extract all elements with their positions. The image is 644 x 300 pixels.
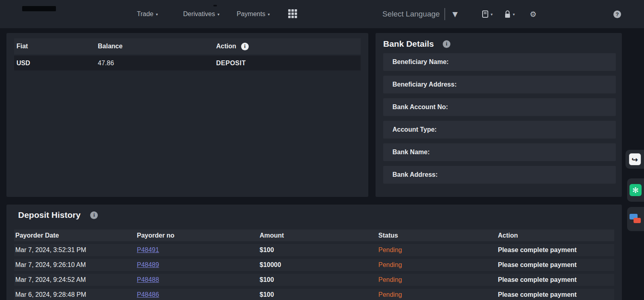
nav-menu-trade-label: Trade: [137, 10, 153, 18]
orders-menu[interactable]: ▾: [481, 0, 493, 28]
chat-extension-button[interactable]: [627, 207, 644, 231]
settings-button[interactable]: ⚙: [530, 0, 537, 28]
deposit-history-body: Mar 7, 2024, 3:52:31 PM P48491 $100 Pend…: [14, 244, 614, 300]
nav-menu-payments[interactable]: Payments ▾: [237, 0, 270, 28]
payorder-link[interactable]: P48486: [137, 291, 159, 298]
deposit-history-header: Payorder Date Payorder no Amount Status …: [14, 230, 614, 241]
deposit-history-row: Mar 7, 2024, 9:26:10 AM P48489 $10000 Pe…: [14, 259, 614, 271]
fiat-table-header: Fiat Balance Action i: [14, 38, 361, 54]
fiat-currency: USD: [17, 60, 98, 67]
book-icon: [481, 10, 489, 18]
chevron-down-icon: ▾: [513, 12, 515, 17]
nav-menu-payments-label: Payments: [237, 10, 265, 18]
dh-cell-action: Please complete payment: [498, 276, 613, 283]
language-dropdown-icon[interactable]: ▼: [452, 0, 458, 28]
chatgpt-icon: ✻: [630, 184, 642, 196]
payorder-link[interactable]: P48488: [137, 276, 159, 283]
chevron-down-icon: ▾: [491, 12, 493, 17]
chevron-down-icon: ▾: [156, 12, 158, 17]
info-icon[interactable]: i: [443, 40, 450, 48]
chatgpt-extension-button[interactable]: ✻: [627, 178, 644, 202]
apps-grid-icon[interactable]: [288, 9, 298, 19]
security-menu[interactable]: ▾: [504, 0, 515, 28]
bank-detail-field: Bank Address:: [383, 166, 616, 184]
help-button[interactable]: ?: [613, 0, 621, 28]
bank-details-fields: Beneficiary Name: Beneficiary Address: B…: [383, 53, 616, 184]
share-arrow-icon: ↪: [629, 153, 641, 166]
nav-menu-derivatives-label: Derivatives: [183, 10, 215, 18]
bank-detail-field: Bank Name:: [383, 143, 616, 161]
fiat-table-row: USD 47.86 DEPOSIT: [14, 56, 361, 70]
bank-detail-field-label: Bank Address:: [392, 171, 438, 178]
dh-header-action: Action: [498, 232, 613, 239]
bank-detail-field-label: Account Type:: [392, 126, 437, 133]
fiat-balance-value: 47.86: [98, 60, 216, 67]
deposit-history-row: Mar 6, 2024, 9:28:48 PM P48486 $100 Pend…: [14, 289, 614, 300]
bank-details-title: Bank Details: [383, 39, 434, 49]
deposit-button[interactable]: DEPOSIT: [216, 60, 358, 67]
dh-cell-amount: $10000: [260, 261, 378, 269]
status-badge: Pending: [378, 291, 498, 298]
fiat-balance-panel: Fiat Balance Action i USD 47.86 DEPOSIT: [6, 33, 368, 197]
dh-cell-amount: $100: [260, 246, 378, 254]
bank-detail-field: Beneficiary Address:: [383, 76, 616, 93]
chevron-down-icon: ▾: [217, 12, 219, 17]
dh-header-payorder: Payorder no: [137, 232, 260, 239]
payorder-link[interactable]: P48489: [137, 261, 159, 268]
chat-bubbles-icon: [630, 214, 642, 224]
status-badge: Pending: [378, 276, 498, 283]
status-badge: Pending: [378, 246, 498, 254]
bank-detail-field: Beneficiary Name:: [383, 53, 616, 71]
nav-menu-trade[interactable]: Trade ▾: [137, 0, 158, 28]
deposit-history-title: Deposit History: [18, 210, 80, 220]
dh-cell-action: Please complete payment: [498, 291, 613, 298]
dh-cell-date: Mar 7, 2024, 9:24:52 AM: [15, 276, 137, 283]
dh-cell-amount: $100: [260, 276, 378, 283]
bank-detail-field: Bank Account No:: [383, 98, 616, 116]
payorder-link[interactable]: P48491: [137, 246, 159, 253]
deposit-history-panel: Deposit History i Payorder Date Payorder…: [6, 205, 622, 300]
dh-cell-date: Mar 6, 2024, 9:28:48 PM: [15, 291, 137, 298]
deposit-history-row: Mar 7, 2024, 9:24:52 AM P48488 $100 Pend…: [14, 274, 614, 286]
bank-detail-field-label: Bank Name:: [392, 149, 429, 156]
top-navbar: Trade ▾ Derivatives ▾ Payments ▾ Select …: [0, 0, 644, 28]
language-selector[interactable]: Select Language: [382, 0, 440, 28]
bank-detail-field-label: Bank Account No:: [392, 103, 448, 111]
chevron-down-icon: ▾: [268, 12, 270, 17]
dh-cell-amount: $100: [260, 291, 378, 298]
dh-cell-action: Please complete payment: [498, 246, 613, 254]
fiat-header-fiat: Fiat: [17, 43, 98, 50]
info-icon[interactable]: i: [241, 43, 249, 50]
dh-header-status: Status: [378, 232, 498, 239]
fiat-header-balance: Balance: [98, 43, 216, 50]
bank-detail-field-label: Beneficiary Name:: [392, 58, 449, 66]
info-icon[interactable]: i: [90, 211, 98, 219]
status-badge: Pending: [378, 261, 498, 269]
app-logo[interactable]: [22, 6, 56, 11]
gear-icon: ⚙: [530, 10, 537, 19]
bank-detail-field-label: Beneficiary Address:: [392, 81, 456, 88]
share-extension-button[interactable]: ↪: [625, 150, 644, 169]
fiat-header-action: Action: [216, 43, 236, 50]
dh-header-amount: Amount: [260, 232, 378, 239]
dh-header-date: Payorder Date: [15, 232, 137, 239]
dh-cell-action: Please complete payment: [498, 261, 613, 269]
help-icon: ?: [613, 10, 621, 18]
lock-icon: [504, 10, 511, 19]
nav-menu-derivatives[interactable]: Derivatives ▾: [183, 0, 219, 28]
dh-cell-date: Mar 7, 2024, 3:52:31 PM: [15, 246, 137, 254]
navbar-divider: [444, 8, 445, 20]
bank-details-panel: Bank Details i Beneficiary Name: Benefic…: [376, 33, 622, 197]
bank-detail-field: Account Type:: [383, 121, 616, 139]
deposit-history-row: Mar 7, 2024, 3:52:31 PM P48491 $100 Pend…: [14, 244, 614, 256]
language-selector-label: Select Language: [382, 10, 440, 19]
deposit-history-table: Payorder Date Payorder no Amount Status …: [14, 230, 614, 300]
dh-cell-date: Mar 7, 2024, 9:26:10 AM: [15, 261, 137, 269]
